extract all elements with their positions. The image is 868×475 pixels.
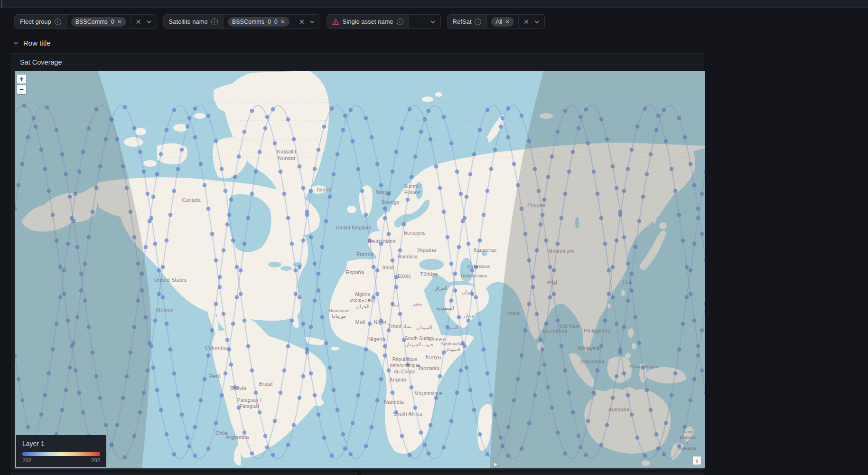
legend-max-value: 202 <box>91 457 100 463</box>
legend-layer-title: Layer 1 <box>22 440 100 447</box>
filter-fleet-group-label: Fleet group i <box>15 15 67 28</box>
clear-filter-icon[interactable]: ✕ <box>299 19 305 25</box>
filter-refsat[interactable]: RefSat i All ✕ ✕ <box>447 14 545 29</box>
chevron-down-icon <box>13 40 19 46</box>
panel-header: Sat Coverage <box>11 54 704 71</box>
legend-min-value: 202 <box>22 457 31 463</box>
filter-controls: ✕ <box>518 15 544 28</box>
filter-single-asset-name[interactable]: Single asset name i <box>327 14 441 29</box>
chevron-down-icon[interactable] <box>534 19 540 25</box>
map-legend: Layer 1 202 202 <box>16 435 106 467</box>
info-icon[interactable]: i <box>55 19 61 25</box>
filter-satellite-name-label: Satellite name i <box>164 15 224 28</box>
zoom-out-button[interactable]: − <box>17 85 26 94</box>
filter-label-text: Fleet group <box>20 18 51 25</box>
filter-satellite-name-value: BSSComms_0_0 ✕ <box>224 15 294 28</box>
clear-filter-icon[interactable]: ✕ <box>523 19 529 25</box>
clear-filter-icon[interactable]: ✕ <box>136 19 141 25</box>
chip-text: BSSComms_0_0 <box>232 19 278 25</box>
next-row-panel-right <box>361 472 704 475</box>
chevron-down-icon[interactable] <box>430 19 436 25</box>
remove-tag-icon[interactable]: ✕ <box>505 19 510 25</box>
panel-title[interactable]: Sat Coverage <box>20 58 62 66</box>
filter-controls: ✕ <box>131 15 157 28</box>
filter-value-chip[interactable]: BSSComms_0 ✕ <box>71 17 126 27</box>
filter-label-text: RefSat <box>453 18 472 25</box>
filter-value-chip[interactable]: All ✕ <box>491 17 514 27</box>
row-title: Row title <box>23 39 51 47</box>
coverage-mask-overlay <box>15 71 705 468</box>
dashboard-row-header[interactable]: Row title <box>13 39 51 47</box>
chip-text: BSSComms_0 <box>75 19 114 25</box>
filter-refsat-label: RefSat i <box>448 15 487 28</box>
info-icon[interactable]: i <box>211 19 218 25</box>
map-zoom-controls: + − <box>17 75 26 95</box>
filter-fleet-group-value: BSSComms_0 ✕ <box>67 15 131 28</box>
filter-label-text: Satellite name <box>169 18 208 25</box>
next-row-panel-left <box>11 472 357 475</box>
filter-single-asset-name-value[interactable] <box>409 15 425 28</box>
filter-controls <box>425 15 440 28</box>
info-icon[interactable]: i <box>397 19 403 25</box>
filter-value-chip[interactable]: BSSComms_0_0 ✕ <box>228 17 289 27</box>
topbar-left-accent <box>1 0 2 8</box>
filter-label-text: Single asset name <box>343 18 393 25</box>
remove-tag-icon[interactable]: ✕ <box>117 19 122 25</box>
legend-gradient-bar <box>22 452 100 456</box>
dashboard-filters: Fleet group i BSSComms_0 ✕ ✕ Satellite n… <box>14 14 545 29</box>
chevron-down-icon[interactable] <box>146 19 152 25</box>
sat-coverage-panel: Sat Coverage <box>11 53 704 470</box>
remove-tag-icon[interactable]: ✕ <box>280 19 285 25</box>
filter-satellite-name[interactable]: Satellite name i BSSComms_0_0 ✕ ✕ <box>163 14 320 29</box>
filter-fleet-group[interactable]: Fleet group i BSSComms_0 ✕ ✕ <box>14 14 157 29</box>
warning-icon <box>332 19 339 25</box>
filter-single-asset-name-label: Single asset name i <box>327 15 409 28</box>
zoom-in-button[interactable]: + <box>17 75 26 84</box>
chevron-down-icon[interactable] <box>309 19 315 25</box>
chip-text: All <box>495 19 502 25</box>
attribution-info-button[interactable]: i <box>693 456 701 465</box>
top-navigation-bar <box>0 0 868 8</box>
geomap-viewport[interactable]: + − Layer 1 202 202 i CanadaUnited State… <box>15 71 705 468</box>
filter-refsat-value: All ✕ <box>487 15 518 28</box>
filter-controls: ✕ <box>294 15 320 28</box>
info-icon[interactable]: i <box>475 19 481 25</box>
